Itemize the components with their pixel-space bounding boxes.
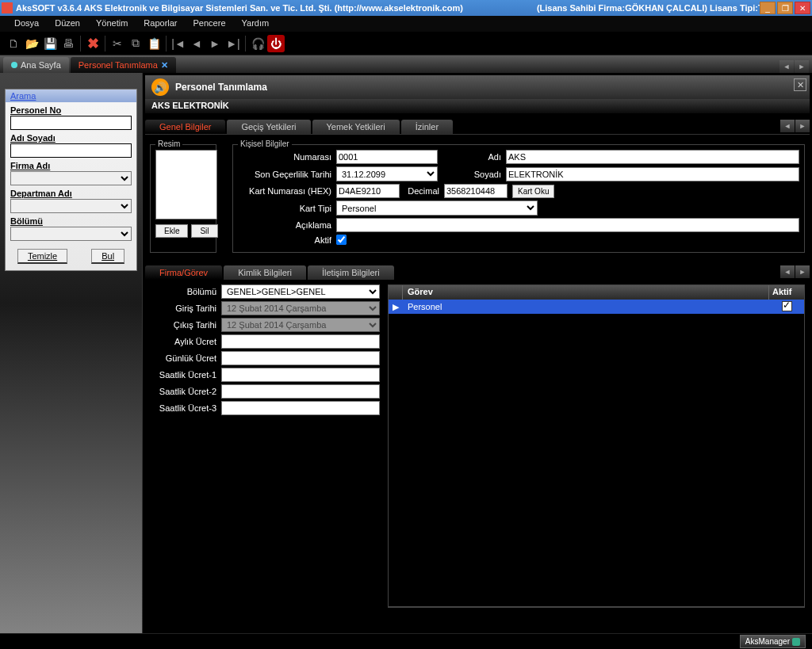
copy-icon[interactable]: ⧉ (127, 35, 144, 52)
new-icon[interactable]: 🗋 (5, 35, 22, 52)
find-button[interactable]: Bul (91, 249, 124, 264)
paste-icon[interactable]: 📋 (145, 35, 163, 52)
label-giris: Giriş Tarihi (150, 304, 221, 313)
last-icon[interactable]: ►| (224, 35, 242, 52)
label-bolumu: Bölümü (10, 216, 132, 226)
status-badge[interactable]: AksManager (740, 635, 806, 648)
grid-row[interactable]: ▶ Personel (389, 300, 804, 314)
label-personel-no: Personel No (10, 105, 132, 115)
kisisel-legend: Kişisel Bilgiler (238, 139, 292, 148)
subtab1-scroll-left-icon[interactable]: ◄ (780, 120, 795, 132)
tab-kimlik-bilgileri[interactable]: Kimlik Bilgileri (224, 265, 306, 280)
tab-label: Ana Sayfa (21, 60, 61, 70)
first-icon[interactable]: |◄ (170, 35, 187, 52)
tab-scroll-left-icon[interactable]: ◄ (779, 60, 794, 73)
headphones-icon[interactable]: 🎧 (249, 35, 266, 52)
search-panel: Arama Personel No Adı Soyadı Firma Adı D… (0, 73, 143, 649)
prev-icon[interactable]: ◄ (188, 35, 205, 52)
aciklama-input[interactable] (336, 218, 799, 232)
label-aciklama: Açıklama (238, 220, 331, 230)
menu-yardim[interactable]: Yardım (234, 16, 278, 32)
menu-raporlar[interactable]: Raporlar (136, 16, 185, 32)
toolbar: 🗋 📂 💾 🖶 ✖ ✂ ⧉ 📋 |◄ ◄ ► ►| 🎧 ⏻ (0, 32, 812, 55)
label-gunluk: Günlük Ücret (150, 353, 221, 363)
search-adi-soyadi-input[interactable] (10, 143, 132, 158)
numarasi-input[interactable] (336, 150, 438, 164)
grid-corner (389, 285, 403, 300)
firma-gorev-form: BölümüGENEL>GENEL>GENEL Giriş Tarihi12 Ş… (150, 284, 380, 608)
label-cikis: Çıkış Tarihi (150, 320, 221, 330)
bolumu-select[interactable]: GENEL>GENEL>GENEL (221, 284, 380, 299)
maximize-button[interactable]: ❐ (777, 2, 793, 14)
gorev-grid: Görev Aktif ▶ Personel (388, 284, 805, 608)
saatlik1-input[interactable] (221, 368, 380, 382)
aktif-checkbox[interactable] (336, 235, 347, 245)
next-icon[interactable]: ► (206, 35, 224, 52)
panel-icon: 🔊 (151, 78, 169, 96)
tab-genel-bilgiler[interactable]: Genel Bilgiler (145, 120, 225, 134)
grid-col-aktif[interactable]: Aktif (769, 285, 804, 300)
giris-tarihi-select[interactable]: 12 Şubat 2014 Çarşamba (221, 301, 380, 315)
minimize-button[interactable]: _ (760, 2, 776, 14)
subtab1-scroll-right-icon[interactable]: ► (795, 120, 810, 132)
clear-button[interactable]: Temizle (17, 249, 67, 264)
search-departman-select[interactable] (10, 199, 132, 213)
tab-izinler[interactable]: İzinler (401, 120, 453, 134)
photo-add-button[interactable]: Ekle (155, 224, 188, 238)
label-firma-adi: Firma Adı (10, 161, 132, 170)
menu-yonetim[interactable]: Yönetim (88, 16, 136, 32)
window-close-button[interactable]: ✕ (795, 2, 810, 14)
aylik-ucret-input[interactable] (221, 334, 380, 349)
panel-close-button[interactable]: ✕ (794, 78, 806, 91)
search-bolumu-select[interactable] (10, 227, 132, 241)
cikis-tarihi-select[interactable]: 12 Şubat 2014 Çarşamba (221, 318, 380, 332)
label-kart-tipi: Kart Tipi (238, 204, 331, 213)
subtab2-scroll-right-icon[interactable]: ► (795, 265, 810, 278)
tab-personel-tanimlama[interactable]: Personel Tanımlama ✕ (71, 57, 176, 73)
tab-firma-gorev[interactable]: Firma/Görev (145, 265, 222, 280)
grid-aktif-checkbox[interactable] (782, 301, 792, 311)
content-panel: 🔊 Personel Tanımlama ✕ AKS ELEKTRONİK Ge… (143, 73, 812, 649)
kart-hex-input[interactable] (336, 184, 400, 198)
sub-tabs-1: Genel Bilgiler Geçiş Yetkileri Yemek Yet… (145, 120, 810, 134)
document-tabs: Ana Sayfa Personel Tanımlama ✕ ◄ ► (0, 55, 812, 73)
tab-iletisim-bilgileri[interactable]: İletişim Bilgileri (308, 265, 394, 280)
label-saatlik2: Saatlik Ücret-2 (150, 387, 221, 396)
save-icon[interactable]: 💾 (41, 35, 59, 52)
print-icon[interactable]: 🖶 (59, 35, 77, 52)
power-icon[interactable]: ⏻ (267, 35, 285, 52)
open-icon[interactable]: 📂 (23, 35, 40, 52)
soyadi-input[interactable] (506, 167, 799, 181)
delete-icon[interactable]: ✖ (84, 35, 102, 52)
search-firma-select[interactable] (10, 171, 132, 185)
tab-yemek-yetkileri[interactable]: Yemek Yetkileri (312, 120, 400, 134)
menu-pencere[interactable]: Pencere (186, 16, 234, 32)
grid-body (389, 314, 804, 607)
gunluk-ucret-input[interactable] (221, 351, 380, 365)
label-aktif: Aktif (238, 235, 331, 245)
decimal-input[interactable] (444, 184, 508, 198)
tab-scroll-right-icon[interactable]: ► (795, 60, 809, 73)
menu-duzen[interactable]: Düzen (47, 16, 88, 32)
photo-delete-button[interactable]: Sil (191, 224, 217, 238)
kart-tipi-select[interactable]: Personel (336, 200, 538, 216)
titlebar-text: AksSOFT v3.6.4 AKS Elektronik ve Bilgisa… (16, 3, 760, 13)
label-kart-hex: Kart Numarası (HEX) (238, 186, 331, 196)
search-personel-no-input[interactable] (10, 116, 132, 130)
tab-gecis-yetkileri[interactable]: Geçiş Yetkileri (227, 120, 310, 134)
subtab2-scroll-left-icon[interactable]: ◄ (780, 265, 795, 278)
saatlik2-input[interactable] (221, 384, 380, 399)
kart-oku-button[interactable]: Kart Oku (512, 185, 554, 198)
adi-input[interactable] (506, 150, 799, 164)
tab-ana-sayfa[interactable]: Ana Sayfa (3, 57, 69, 73)
cut-icon[interactable]: ✂ (109, 35, 126, 52)
label-saatlik1: Saatlik Ücret-1 (150, 370, 221, 380)
app-icon (2, 2, 13, 13)
saatlik3-input[interactable] (221, 401, 380, 415)
gecerlilik-select[interactable]: 31.12.2099 (336, 166, 438, 181)
menu-dosya[interactable]: Dosya (6, 16, 47, 32)
tab-close-icon[interactable]: ✕ (161, 60, 168, 71)
grid-col-gorev[interactable]: Görev (403, 285, 769, 300)
label-adi-soyadi: Adı Soyadı (10, 133, 132, 143)
grid-cell-gorev: Personel (403, 302, 769, 311)
